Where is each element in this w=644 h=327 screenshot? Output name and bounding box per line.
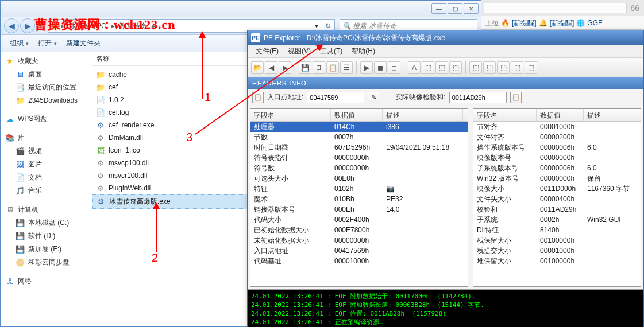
pe-tb-x2-icon[interactable]: ◻	[388, 61, 400, 74]
table-row[interactable]: 代码基址00001000h	[250, 256, 468, 266]
pe-tb-back-icon[interactable]: ◀	[265, 61, 277, 74]
new-folder-button[interactable]: 新建文件夹	[61, 38, 105, 48]
table-row[interactable]: 子系统版本号00000006h6.0	[473, 163, 641, 173]
pe-tb-list-icon[interactable]: ☰	[340, 61, 353, 74]
table-row[interactable]: 节对齐00001000h	[473, 122, 641, 132]
back-button[interactable]: ◀	[4, 18, 19, 33]
pe-menu-help[interactable]: 帮助(H)	[347, 46, 380, 56]
table-row[interactable]: 操作系统版本号00000006h6.0	[473, 142, 641, 153]
sidebar-item-music[interactable]: 🎵音乐	[4, 184, 88, 197]
table-row[interactable]: 链接器版本号000Eh14.0	[250, 204, 468, 215]
table-row[interactable]: 时间日期戳607D5296h19/04/2021 09:51:18	[250, 142, 468, 153]
sidebar-item-downloads[interactable]: 📁2345Downloads	[4, 94, 88, 107]
pe-copy-entry-icon[interactable]: 📋	[252, 92, 264, 103]
open-menu[interactable]: 打开	[33, 38, 61, 48]
table-row[interactable]: 处理器014Chi386	[250, 122, 468, 132]
sidebar-item-documents[interactable]: 📄文档	[4, 171, 88, 184]
table-row[interactable]: 节数0007h	[250, 132, 468, 142]
pe-tb-fwd-icon[interactable]: ▶	[279, 61, 291, 74]
table-row[interactable]: 魔术010BhPE32	[250, 194, 468, 204]
organize-menu[interactable]: 组织	[5, 38, 33, 48]
cell-value: 00000000h	[331, 164, 383, 173]
table-row[interactable]: 可选头大小00E0h	[250, 173, 468, 184]
pe-tb-g-icon[interactable]: ⬚	[497, 61, 510, 74]
sidebar-item-drive-f[interactable]: 💾新加卷 (F:)	[4, 243, 88, 256]
pe-th-desc[interactable]: 描述	[584, 109, 635, 121]
ico-icon: 🖼	[96, 146, 105, 155]
table-row[interactable]: 符号表指针00000000h	[250, 153, 468, 163]
pe-tb-print-icon[interactable]: 🗒	[313, 61, 325, 74]
pe-tb-save-icon[interactable]: 💾	[299, 61, 311, 74]
pe-tb-run-icon[interactable]: ▶	[360, 61, 373, 74]
minimize-button[interactable]: —	[431, 3, 446, 14]
cell-value: 0007h	[331, 133, 383, 142]
table-row[interactable]: 栈提交大小00001000h	[473, 246, 641, 256]
pe-menu-view[interactable]: 视图(V)	[283, 46, 315, 56]
table-row[interactable]: Win32 版本号00000000h保留	[473, 173, 641, 184]
table-row[interactable]: 入口点地址00417569h	[250, 246, 468, 256]
pe-tb-c-icon[interactable]: ⬚	[435, 61, 448, 74]
sidebar-favorites[interactable]: ★收藏夹	[4, 54, 88, 68]
table-row[interactable]: 校验和0011AD29h	[473, 204, 641, 215]
pe-tb-open-icon[interactable]: 📂	[251, 61, 264, 74]
pe-edit-icon[interactable]: ✎	[368, 92, 379, 103]
sidebar-item-drive-d[interactable]: 💾软件 (D:)	[4, 229, 88, 243]
pe-entry-value[interactable]: 00417569	[307, 92, 364, 103]
table-row[interactable]: 堆保留大小00100000h	[473, 256, 641, 266]
table-row[interactable]: 文件头大小00000400h	[473, 194, 641, 204]
table-row[interactable]: 栈保留大小00100000h	[473, 235, 641, 246]
sidebar-network[interactable]: 🖧网络	[4, 275, 88, 288]
forward-button[interactable]: ▶	[20, 18, 35, 33]
pe-tb-b-icon[interactable]: ⬚	[422, 61, 434, 74]
sidebar-item-recent[interactable]: 📑最近访问的位置	[4, 81, 88, 94]
pe-tb-h-icon[interactable]: ⬚	[511, 61, 523, 74]
globe-icon: 🌐	[576, 19, 585, 27]
sidebar-item-sync[interactable]: 📀和彩云同步盘	[4, 256, 88, 269]
cell-field: 未初始化数据大小	[250, 235, 331, 246]
pe-tb-x1-icon[interactable]: ◼	[374, 61, 387, 74]
pe-tb-d-icon[interactable]: ⬚	[449, 61, 462, 74]
browser-link-3[interactable]: GGE	[587, 19, 603, 27]
sidebar-item-desktop[interactable]: 🖥桌面	[4, 68, 88, 81]
pe-th-desc[interactable]: 描述	[383, 109, 463, 121]
pe-tb-copy-icon[interactable]: 📋	[326, 61, 339, 74]
browser-link-1[interactable]: [新提醒]	[512, 18, 537, 28]
pe-copy-checksum-icon[interactable]: 📋	[510, 92, 522, 103]
table-row[interactable]: 文件对齐00000200h	[473, 132, 641, 142]
sidebar-item-videos[interactable]: 🎬视频	[4, 145, 88, 158]
pe-menu-tools[interactable]: 工具(T)	[315, 46, 347, 56]
table-row[interactable]: 映像版本号00000000h	[473, 153, 641, 163]
cell-field: 文件头大小	[473, 194, 537, 205]
table-row[interactable]: 代码大小0002F400h	[250, 215, 468, 225]
file-name: 冰雪传奇高爆版.exe	[109, 197, 171, 207]
table-row[interactable]: 已初始化数据大小000E7800h	[250, 225, 468, 235]
close-button[interactable]: ✕	[464, 3, 479, 14]
maximize-button[interactable]: ▢	[448, 3, 462, 14]
cell-desc	[584, 126, 635, 127]
sidebar-item-pictures[interactable]: 🖼图片	[4, 158, 88, 171]
browser-tab[interactable]	[484, 3, 627, 13]
cell-desc	[383, 168, 463, 169]
pe-th-field[interactable]: 字段名	[250, 109, 331, 121]
pe-checksum-value[interactable]: 0011AD29h	[449, 92, 507, 103]
sidebar-libraries[interactable]: 📚库	[4, 131, 88, 145]
pe-tb-f-icon[interactable]: ⬚	[483, 61, 496, 74]
browser-link-2[interactable]: [新提醒]	[550, 18, 574, 28]
table-row[interactable]: 符号数00000000h	[250, 163, 468, 173]
sidebar-wps[interactable]: ☁WPS网盘	[4, 112, 88, 126]
pe-tb-e-icon[interactable]: ⬚	[469, 61, 482, 74]
table-row[interactable]: 未初始化数据大小00000000h	[250, 235, 468, 246]
sidebar-item-drive-c[interactable]: 💾本地磁盘 (C:)	[4, 216, 88, 229]
pe-menu-file[interactable]: 文件(E)	[251, 46, 283, 56]
pe-tb-i-icon[interactable]: ⬚	[525, 61, 537, 74]
table-row[interactable]: 子系统0002hWin32 GUI	[473, 215, 641, 225]
table-row[interactable]: 特征0102h📷	[250, 184, 468, 194]
pe-th-value[interactable]: 数据值	[537, 109, 584, 121]
table-row[interactable]: 映像大小0011D000h1167360 字节	[473, 184, 641, 194]
pe-th-value[interactable]: 数据值	[331, 109, 383, 121]
address-dropdown-icon[interactable]: ▾	[315, 22, 318, 30]
pe-th-field[interactable]: 字段名	[473, 109, 537, 121]
pe-tb-a-icon[interactable]: A	[408, 61, 421, 74]
sidebar-computer[interactable]: 🖥计算机	[4, 203, 88, 216]
table-row[interactable]: Dll特征8140h	[473, 225, 641, 235]
